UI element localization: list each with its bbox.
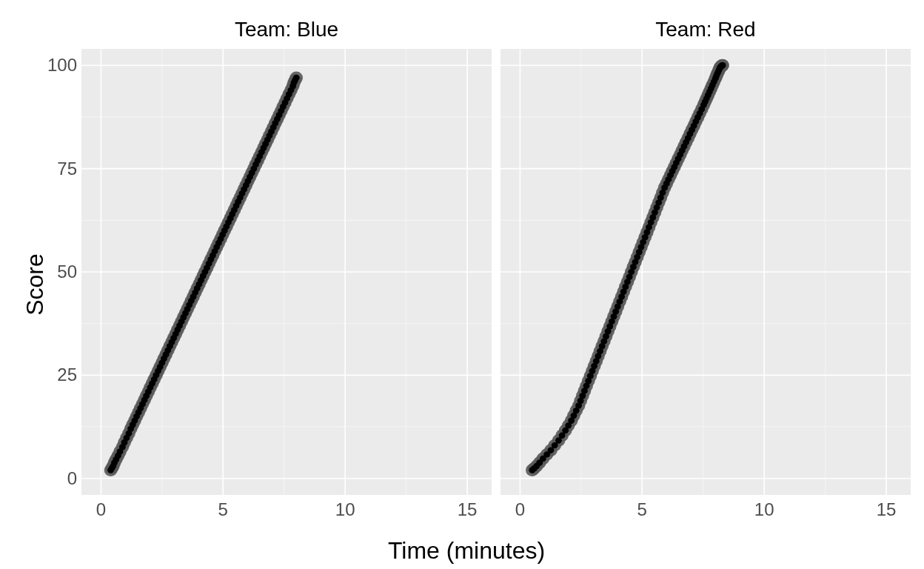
y-tick-label: 50 (44, 262, 77, 282)
x-tick-label: 10 (754, 499, 774, 520)
y-tick-label: 100 (44, 55, 77, 76)
y-tick-label: 25 (44, 365, 77, 385)
svg-point-333 (547, 447, 554, 453)
data-points (107, 75, 299, 473)
x-tick-group: 051015 (500, 499, 911, 525)
y-axis: 0255075100 (44, 13, 81, 495)
x-tick-label: 15 (458, 499, 478, 520)
plot-area: Team: BlueTeam: Red (81, 13, 911, 495)
facet-title: Team: Red (500, 13, 911, 49)
facet-title: Team: Blue (81, 13, 492, 49)
chart-container: Score Time (minutes) 0255075100 Team: Bl… (0, 0, 924, 569)
x-tick-label: 0 (96, 499, 106, 520)
y-tick-label: 75 (44, 159, 77, 179)
x-axis: 051015051015 (81, 499, 911, 525)
x-tick-label: 10 (335, 499, 355, 520)
svg-point-425 (720, 62, 726, 68)
y-tick-label: 0 (44, 468, 77, 489)
x-tick-label: 0 (515, 499, 525, 520)
facet-panel: Team: Blue (81, 13, 492, 495)
panel (81, 49, 492, 495)
panel-svg (500, 49, 911, 495)
x-tick-group: 051015 (81, 499, 492, 525)
x-tick-label: 5 (637, 499, 647, 520)
x-tick-label: 5 (218, 499, 228, 520)
panel-svg (81, 49, 492, 495)
x-axis-title: Time (minutes) (388, 537, 545, 565)
svg-point-211 (293, 75, 300, 81)
panel (500, 49, 911, 495)
svg-point-334 (552, 442, 558, 448)
x-tick-label: 15 (877, 499, 897, 520)
facet-panel: Team: Red (500, 13, 911, 495)
